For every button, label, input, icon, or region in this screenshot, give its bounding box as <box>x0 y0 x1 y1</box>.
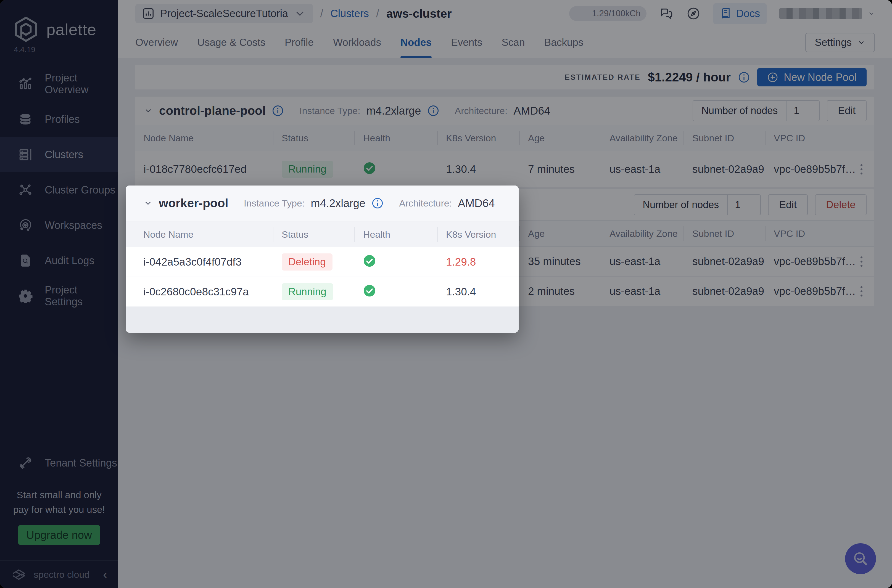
chevron-down-icon <box>868 10 875 17</box>
sidebar-spacer <box>0 314 118 445</box>
vpc-id: vpc-0e89b5b7f… <box>765 285 858 297</box>
chart-icon <box>18 77 33 91</box>
breadcrumb-project: Project-ScaleSecureTutoria <box>160 8 288 20</box>
health-check-icon <box>363 284 376 297</box>
breadcrumb-cluster-name: aws-cluster <box>386 7 452 20</box>
orbit-icon <box>18 218 33 232</box>
spotlight-footer <box>126 307 519 333</box>
instance-type-label: Instance Type: <box>244 198 305 209</box>
info-icon[interactable] <box>738 71 750 83</box>
collapse-pool-icon[interactable] <box>143 198 153 208</box>
collapse-pool-icon[interactable] <box>144 106 153 116</box>
col-availability-zone: Availability Zone <box>601 221 683 246</box>
info-icon[interactable] <box>371 197 384 209</box>
tab-backups[interactable]: Backups <box>544 27 584 58</box>
architecture-label: Architecture: <box>455 105 508 116</box>
col-vpc-id: VPC ID <box>765 125 858 151</box>
project-selector[interactable]: Project-ScaleSecureTutoria <box>135 4 313 23</box>
top-right-actions: 1.29/100kCh Docs <box>569 3 875 24</box>
collapse-sidebar-icon[interactable]: ‹ <box>103 568 107 580</box>
tab-scan[interactable]: Scan <box>502 27 525 58</box>
number-of-nodes-label: Number of nodes <box>693 101 786 121</box>
tab-events[interactable]: Events <box>451 27 482 58</box>
docs-button[interactable]: Docs <box>713 3 767 24</box>
status-badge: Running <box>282 283 333 300</box>
explore-button[interactable] <box>686 6 701 21</box>
pool-header: worker-pool Instance Type: m4.2xlarge Ar… <box>126 186 519 221</box>
new-node-pool-label: New Node Pool <box>784 72 857 83</box>
plus-circle-icon <box>767 72 778 83</box>
number-of-nodes-control: Number of nodes 1 <box>692 100 820 121</box>
user-name-redacted <box>779 8 862 19</box>
new-node-pool-button[interactable]: New Node Pool <box>757 68 866 86</box>
chevron-down-icon <box>294 7 306 20</box>
tab-overview[interactable]: Overview <box>135 27 178 58</box>
edit-pool-button[interactable]: Edit <box>827 100 866 121</box>
project-chart-icon <box>142 7 155 20</box>
sidebar-item-audit-logs[interactable]: Audit Logs <box>0 243 118 278</box>
subnet-id: subnet-02a9a9… <box>683 163 765 175</box>
pool-actions: Number of nodes 1 Edit Delete <box>634 194 866 215</box>
col-health: Health <box>354 125 437 151</box>
sidebar-item-cluster-groups[interactable]: Cluster Groups <box>0 172 118 208</box>
chat-icon <box>659 6 674 21</box>
book-icon <box>720 8 731 20</box>
compass-icon <box>686 6 701 21</box>
info-icon[interactable] <box>427 105 439 117</box>
col-k8s-version: K8s Version <box>437 125 519 151</box>
row-menu-icon[interactable] <box>858 162 865 177</box>
sidebar-item-label: Cluster Groups <box>45 184 116 196</box>
estimated-rate-label: ESTIMATED RATE <box>565 73 641 82</box>
upgrade-now-button[interactable]: Upgrade now <box>18 525 100 545</box>
palette-logo-icon <box>13 16 39 42</box>
user-menu[interactable] <box>779 8 875 19</box>
chat-button[interactable] <box>659 6 674 21</box>
settings-button[interactable]: Settings <box>805 33 875 52</box>
col-node-name: Node Name <box>126 221 273 248</box>
availability-zone: us-east-1a <box>601 255 683 267</box>
tab-workloads[interactable]: Workloads <box>333 27 381 58</box>
edit-pool-button[interactable]: Edit <box>768 194 808 215</box>
control-plane-pool-section: control-plane-pool Instance Type: m4.2xl… <box>135 97 874 188</box>
sidebar: palette 4.4.19 Project Overview Profiles… <box>0 0 118 588</box>
breadcrumb-separator: / <box>320 8 323 20</box>
health-check-icon <box>363 255 376 267</box>
help-search-fab[interactable] <box>845 543 876 574</box>
network-icon <box>18 183 33 197</box>
number-of-nodes-control: Number of nodes 1 <box>634 194 761 215</box>
delete-pool-button[interactable]: Delete <box>815 194 866 215</box>
number-of-nodes-input[interactable]: 1 <box>727 195 760 215</box>
sidebar-item-clusters[interactable]: Clusters <box>0 137 118 172</box>
top-bar: Project-ScaleSecureTutoria / Clusters / … <box>118 0 892 58</box>
row-menu-icon[interactable] <box>858 254 865 269</box>
sidebar-item-workspaces[interactable]: Workspaces <box>0 208 118 243</box>
sidebar-item-label: Tenant Settings <box>45 457 117 469</box>
node-age: 35 minutes <box>519 255 601 267</box>
credits-badge[interactable]: 1.29/100kCh <box>569 6 646 21</box>
k8s-version: 1.30.4 <box>437 286 519 298</box>
tab-nodes[interactable]: Nodes <box>401 27 432 58</box>
tab-usage-costs[interactable]: Usage & Costs <box>197 27 266 58</box>
breadcrumb-separator: / <box>376 8 379 20</box>
table-row: i-0c2680c0e8c31c97a Running 1.30.4 <box>126 277 519 307</box>
info-icon[interactable] <box>272 105 284 117</box>
instance-type-label: Instance Type: <box>299 105 360 116</box>
row-menu-icon[interactable] <box>858 284 865 299</box>
col-subnet-id: Subnet ID <box>683 125 765 151</box>
sidebar-item-project-settings[interactable]: Project Settings <box>0 278 118 314</box>
spectro-cloud-logo-icon <box>11 567 27 582</box>
sidebar-item-profiles[interactable]: Profiles <box>0 102 118 137</box>
vpc-id: vpc-0e89b5b7f… <box>765 255 858 267</box>
number-of-nodes-input[interactable]: 1 <box>786 101 819 121</box>
architecture-value: AMD64 <box>458 197 495 210</box>
chevron-down-icon <box>857 38 865 46</box>
sidebar-item-tenant-settings[interactable]: Tenant Settings <box>0 445 118 481</box>
sidebar-item-project-overview[interactable]: Project Overview <box>0 66 118 102</box>
breadcrumb-clusters-link[interactable]: Clusters <box>330 8 369 20</box>
worker-pool-spotlight: worker-pool Instance Type: m4.2xlarge Ar… <box>126 186 519 333</box>
tab-profile[interactable]: Profile <box>285 27 314 58</box>
docs-label: Docs <box>736 8 760 20</box>
sidebar-item-label: Project Settings <box>45 284 118 308</box>
availability-zone: us-east-1a <box>601 163 683 175</box>
subnet-id: subnet-02a9a9… <box>683 255 765 267</box>
